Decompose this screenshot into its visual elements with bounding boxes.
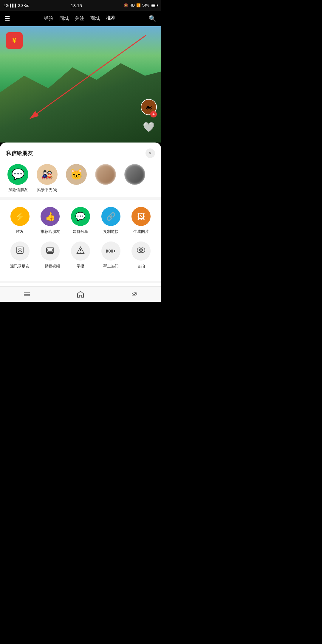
action-report[interactable]: 举报	[67, 242, 94, 269]
network-type: 4G	[4, 3, 9, 8]
svg-point-11	[142, 249, 143, 250]
svg-point-10	[139, 249, 140, 250]
tab-follow[interactable]: 关注	[75, 14, 84, 23]
pm-section: 私信给朋友 × 💬 加微信朋友 🎎 风景阳光(4) 🐱	[0, 143, 161, 200]
pm-title: 私信给朋友	[6, 150, 33, 157]
duet-label: 合拍	[137, 264, 145, 269]
fengjing-avatar: 🎎	[37, 164, 58, 185]
action-row-2: 通讯录朋友 一起看视频	[5, 242, 156, 269]
wechat-avatar: 💬	[7, 164, 28, 185]
report-icon-circle	[71, 242, 90, 261]
action-hot[interactable]: DOU+ 帮上热门	[97, 242, 124, 269]
bottom-sheet: 私信给朋友 × 💬 加微信朋友 🎎 风景阳光(4) 🐱	[0, 143, 161, 286]
svg-point-3	[19, 248, 21, 250]
action-copy-link[interactable]: 🔗 复制链接	[97, 207, 124, 234]
action-duet[interactable]: 合拍	[128, 242, 154, 269]
gen-image-icon: 🖼	[137, 212, 145, 221]
watch-video-label: 一起看视频	[41, 264, 60, 269]
nav-bar: ☰ 经验 同城 关注 商城 推荐 🔍	[0, 11, 161, 26]
nav-tabs: 经验 同城 关注 商城 推荐	[44, 14, 115, 23]
like-button[interactable]: 🤍	[142, 120, 155, 134]
watch-video-icon-circle	[41, 242, 60, 261]
blurred-avatar-1	[95, 164, 116, 185]
back-icon	[130, 290, 138, 298]
close-button[interactable]: ×	[145, 148, 155, 158]
menu-icon[interactable]: ☰	[5, 15, 10, 22]
red-envelope-button[interactable]	[6, 32, 23, 49]
hot-label: 帮上热门	[103, 264, 119, 269]
friend-item-wechat[interactable]: 💬 加微信朋友	[6, 164, 30, 193]
forward-label: 转发	[16, 229, 24, 234]
hot-icon-circle: DOU+	[101, 242, 120, 261]
action-contacts[interactable]: 通讯录朋友	[7, 242, 33, 269]
video-area[interactable]: + 🤍	[0, 26, 161, 143]
battery-icon	[151, 4, 157, 7]
report-label: 举报	[77, 264, 84, 269]
action-group-share[interactable]: 💬 建群分享	[67, 207, 94, 234]
time-display: 13:15	[71, 3, 82, 8]
status-right: 🔕 HD 📶 54%	[124, 3, 157, 7]
pm-header: 私信给朋友 ×	[6, 148, 155, 158]
group-share-icon-circle: 💬	[71, 207, 90, 226]
svg-rect-5	[48, 249, 52, 251]
recommend-icon: 👍	[45, 212, 55, 222]
contacts-icon	[16, 246, 24, 257]
contacts-label: 通讯录朋友	[10, 264, 30, 269]
follow-button[interactable]: +	[150, 111, 157, 117]
action-gen-image[interactable]: 🖼 生成图片	[128, 207, 154, 234]
wechat-icon: 💬	[11, 168, 25, 181]
nav-back-button[interactable]	[128, 288, 141, 301]
gen-image-label: 生成图片	[133, 229, 149, 234]
author-avatar-container: +	[141, 99, 157, 115]
action-forward[interactable]: ⚡ 转发	[7, 207, 33, 234]
right-actions: + 🤍	[141, 99, 157, 134]
wifi-icon: 📶	[136, 3, 141, 7]
status-left: 4G ▌▌▌ 2.3K/s	[4, 3, 29, 8]
group-share-icon: 💬	[75, 212, 86, 222]
recommend-label: 推荐给朋友	[41, 229, 60, 234]
copy-link-icon-circle: 🔗	[101, 207, 120, 226]
heart-icon: 🤍	[143, 121, 155, 133]
recommend-icon-circle: 👍	[41, 207, 60, 226]
friends-row: 💬 加微信朋友 🎎 风景阳光(4) 🐱	[6, 164, 155, 193]
tab-recommend[interactable]: 推荐	[106, 14, 115, 23]
nav-menu-button[interactable]	[20, 288, 33, 301]
copy-link-icon: 🔗	[106, 212, 116, 221]
hamburger-icon	[23, 290, 31, 298]
report-icon	[76, 246, 85, 257]
cat-avatar: 🐱	[66, 164, 87, 185]
forward-icon: ⚡	[14, 211, 25, 222]
status-bar: 4G ▌▌▌ 2.3K/s 13:15 🔕 HD 📶 54%	[0, 0, 161, 11]
action-watch-video[interactable]: 一起看视频	[37, 242, 64, 269]
friend-item-blurred2[interactable]	[123, 164, 147, 193]
contacts-icon-circle	[10, 242, 30, 261]
forward-icon-circle: ⚡	[10, 207, 30, 226]
svg-point-7	[80, 252, 81, 253]
hd-badge: HD	[130, 3, 135, 7]
action-recommend[interactable]: 👍 推荐给朋友	[37, 207, 64, 234]
bottom-nav	[0, 286, 161, 302]
group-share-label: 建群分享	[73, 229, 88, 234]
signal-bars: ▌▌▌	[10, 4, 17, 7]
copy-link-label: 复制链接	[103, 229, 119, 234]
home-icon	[77, 290, 84, 298]
blurred-avatar-2	[124, 164, 145, 185]
friend-name-fengjing: 风景阳光(4)	[37, 187, 57, 193]
gen-image-icon-circle: 🖼	[131, 207, 151, 226]
search-icon[interactable]: 🔍	[149, 15, 156, 22]
duet-icon-circle	[131, 242, 151, 261]
friend-item-blurred1[interactable]	[94, 164, 117, 193]
battery-percent: 54%	[142, 3, 149, 7]
hot-icon: DOU+	[106, 249, 116, 253]
tab-experience[interactable]: 经验	[44, 14, 53, 23]
friend-item-fengjing[interactable]: 🎎 风景阳光(4)	[35, 164, 59, 193]
friend-name-wechat: 加微信朋友	[8, 187, 28, 193]
tab-shop[interactable]: 商城	[90, 14, 100, 23]
action-row-1: ⚡ 转发 👍 推荐给朋友 💬 建群分享 🔗 复制链接	[5, 207, 156, 234]
alarm-icon: 🔕	[124, 3, 128, 7]
tab-local[interactable]: 同城	[59, 14, 69, 23]
action-grid: ⚡ 转发 👍 推荐给朋友 💬 建群分享 🔗 复制链接	[0, 200, 161, 283]
nav-home-button[interactable]	[74, 288, 87, 301]
friend-item-cat[interactable]: 🐱	[64, 164, 88, 193]
network-speed: 2.3K/s	[18, 3, 29, 8]
